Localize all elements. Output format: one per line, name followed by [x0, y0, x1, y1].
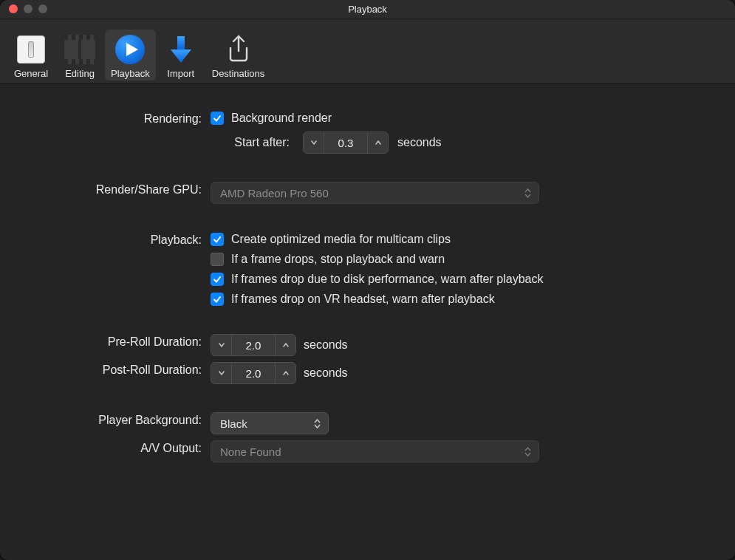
player-bg-row: Player Background: Black [0, 412, 705, 434]
window-minimize-button[interactable] [24, 4, 33, 13]
av-output-value: None Found [220, 445, 281, 458]
titlebar: Playback [0, 0, 735, 19]
background-render-checkbox[interactable] [211, 112, 224, 125]
chevron-updown-icon [524, 447, 531, 457]
import-icon [164, 33, 198, 66]
start-after-stepper[interactable]: 0.3 [303, 132, 389, 154]
tab-playback-label: Playback [111, 68, 150, 79]
tab-general[interactable]: General [7, 30, 55, 81]
start-after-unit: seconds [397, 136, 442, 149]
playback-option-2-label: If frames drop due to disk performance, … [231, 273, 543, 286]
playback-option-0-label: Create optimized media for multicam clip… [231, 233, 451, 246]
player-bg-value: Black [220, 417, 247, 430]
destinations-icon [222, 33, 256, 66]
start-after-value[interactable]: 0.3 [324, 132, 367, 153]
playback-option-0-checkbox[interactable] [211, 233, 224, 246]
chevron-updown-icon [314, 419, 321, 428]
pre-roll-value[interactable]: 2.0 [232, 335, 275, 355]
playback-option-3-checkbox[interactable] [211, 293, 224, 306]
playback-option-2-checkbox[interactable] [211, 273, 224, 286]
svg-marker-3 [171, 49, 191, 63]
window-close-button[interactable] [9, 4, 18, 13]
general-icon [14, 33, 48, 66]
post-roll-increment[interactable] [275, 363, 295, 383]
av-output-select: None Found [211, 440, 539, 462]
playback-option-3-label: If frames drop on VR headset, warn after… [231, 293, 495, 306]
background-render-label: Background render [231, 112, 332, 125]
gpu-row: Render/Share GPU: AMD Radeon Pro 560 [0, 182, 705, 204]
start-after-row: Start after: 0.3 seconds [0, 132, 705, 154]
post-roll-row: Post-Roll Duration: 2.0 seconds [0, 362, 705, 384]
post-roll-unit: seconds [304, 366, 348, 380]
chevron-updown-icon [524, 188, 531, 198]
playback-option-2: If frames drop due to disk performance, … [211, 272, 543, 286]
playback-options: Create optimized media for multicam clip… [211, 232, 543, 306]
background-render-checkbox-row: Background render [211, 111, 332, 125]
post-roll-label: Post-Roll Duration: [0, 362, 211, 377]
pre-roll-row: Pre-Roll Duration: 2.0 seconds [0, 334, 705, 356]
pre-roll-stepper[interactable]: 2.0 [211, 334, 296, 356]
tab-playback[interactable]: Playback [105, 30, 156, 81]
player-bg-label: Player Background: [0, 412, 211, 427]
playback-icon [113, 33, 147, 66]
tab-destinations-label: Destinations [212, 68, 265, 79]
rendering-label: Rendering: [0, 111, 211, 126]
tab-import-label: Import [167, 68, 194, 79]
tab-editing-label: Editing [65, 68, 95, 79]
preferences-window: Playback General Editing [0, 0, 735, 560]
gpu-value: AMD Radeon Pro 560 [220, 187, 329, 199]
av-output-row: A/V Output: None Found [0, 440, 705, 462]
start-after-label: Start after: [211, 136, 294, 149]
tab-general-label: General [14, 68, 48, 79]
start-after-decrement[interactable] [304, 132, 324, 153]
preferences-content: Rendering: Background render Start after… [0, 84, 735, 560]
svg-rect-2 [177, 36, 185, 49]
start-after-increment[interactable] [367, 132, 388, 153]
gpu-select: AMD Radeon Pro 560 [211, 182, 539, 204]
playback-label: Playback: [0, 232, 211, 247]
window-title: Playback [348, 4, 387, 15]
post-roll-value[interactable]: 2.0 [232, 363, 275, 383]
tab-destinations[interactable]: Destinations [206, 30, 271, 81]
av-output-label: A/V Output: [0, 440, 211, 455]
playback-option-3: If frames drop on VR headset, warn after… [211, 292, 543, 306]
rendering-row: Rendering: Background render [0, 111, 705, 126]
player-bg-select[interactable]: Black [211, 412, 329, 434]
pre-roll-label: Pre-Roll Duration: [0, 334, 211, 349]
post-roll-stepper[interactable]: 2.0 [211, 362, 296, 384]
post-roll-decrement[interactable] [211, 363, 232, 383]
pre-roll-unit: seconds [304, 338, 348, 352]
preferences-toolbar: General Editing [0, 19, 735, 84]
playback-option-1-label: If a frame drops, stop playback and warn [231, 253, 445, 266]
tab-import[interactable]: Import [157, 30, 205, 81]
playback-option-1-checkbox[interactable] [211, 253, 224, 266]
traffic-lights [9, 4, 47, 13]
pre-roll-increment[interactable] [275, 335, 295, 355]
playback-option-0: Create optimized media for multicam clip… [211, 232, 543, 246]
gpu-label: Render/Share GPU: [0, 182, 211, 197]
editing-icon [63, 33, 97, 66]
playback-row: Playback: Create optimized media for mul… [0, 232, 705, 306]
window-zoom-button[interactable] [38, 4, 47, 13]
tab-editing[interactable]: Editing [56, 30, 103, 81]
playback-option-1: If a frame drops, stop playback and warn [211, 252, 543, 266]
pre-roll-decrement[interactable] [211, 335, 232, 355]
